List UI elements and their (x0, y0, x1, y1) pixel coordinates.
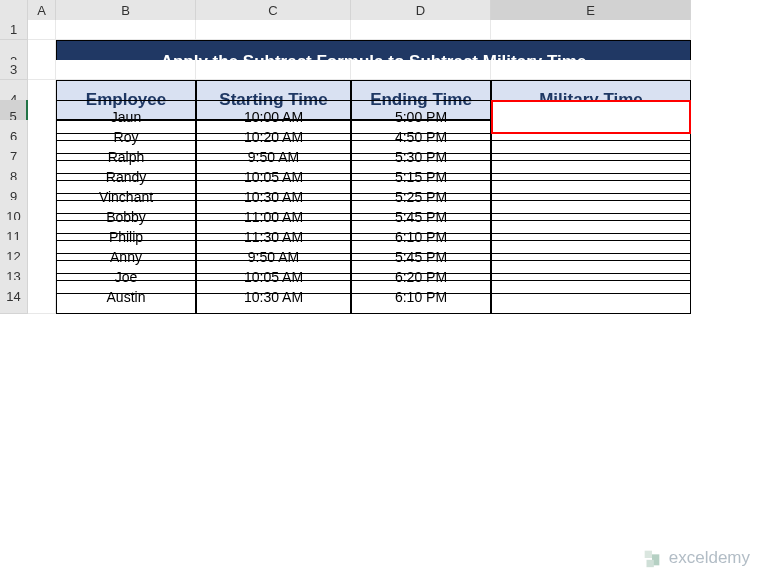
spreadsheet-grid[interactable]: A B C D E 1 2 Apply the Subtract Formula… (0, 0, 768, 300)
cell-C3[interactable] (196, 60, 351, 80)
col-header-C[interactable]: C (196, 0, 351, 22)
col-header-A[interactable]: A (28, 0, 56, 22)
row-header-14[interactable]: 14 (0, 280, 28, 314)
col-header-B[interactable]: B (56, 0, 196, 22)
select-all-corner[interactable] (0, 0, 28, 22)
cell-A3[interactable] (28, 60, 56, 80)
cell-emp-14[interactable]: Austin (56, 280, 196, 314)
watermark: exceldemy (641, 547, 750, 569)
cell-B1[interactable] (56, 20, 196, 40)
cell-E3[interactable] (491, 60, 691, 80)
cell-start-14[interactable]: 10:30 AM (196, 280, 351, 314)
cell-mil-14[interactable] (491, 280, 691, 314)
cell-B3[interactable] (56, 60, 196, 80)
watermark-text: exceldemy (669, 548, 750, 568)
cell-A14[interactable] (28, 280, 56, 314)
cell-A1[interactable] (28, 20, 56, 40)
cell-mil-5-active[interactable] (491, 100, 691, 134)
col-header-D[interactable]: D (351, 0, 491, 22)
row-header-1[interactable]: 1 (0, 20, 28, 40)
row-header-3[interactable]: 3 (0, 60, 28, 80)
cell-end-14[interactable]: 6:10 PM (351, 280, 491, 314)
cell-C1[interactable] (196, 20, 351, 40)
cell-D3[interactable] (351, 60, 491, 80)
cell-D1[interactable] (351, 20, 491, 40)
cell-E1[interactable] (491, 20, 691, 40)
col-header-E[interactable]: E (491, 0, 691, 22)
exceldemy-logo-icon (641, 547, 663, 569)
